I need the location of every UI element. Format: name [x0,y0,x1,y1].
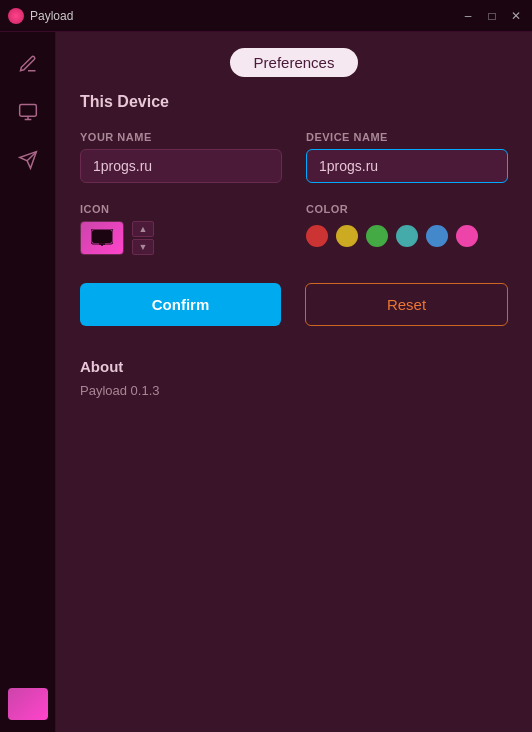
sidebar-item-send[interactable] [8,140,48,180]
your-name-input[interactable] [80,149,282,183]
this-device-title: This Device [80,93,508,111]
about-title: About [80,358,508,375]
maximize-button[interactable]: □ [484,8,500,24]
svg-rect-5 [92,230,112,243]
edit-icon [18,54,38,74]
title-bar: Payload – □ ✕ [0,0,532,32]
device-name-input[interactable] [306,149,508,183]
icon-up-button[interactable]: ▲ [132,221,154,237]
window-controls: – □ ✕ [460,8,524,24]
preferences-header: Preferences [56,32,532,93]
confirm-button[interactable]: Confirm [80,283,281,326]
app-title: Payload [30,9,460,23]
icon-arrows: ▲ ▼ [132,221,154,255]
sidebar-bottom-widget [8,688,48,720]
close-button[interactable]: ✕ [508,8,524,24]
button-row: Confirm Reset [80,283,508,326]
about-version: Payload 0.1.3 [80,383,508,398]
send-icon [18,150,38,170]
color-dot-green[interactable] [366,225,388,247]
color-dot-yellow[interactable] [336,225,358,247]
device-name-label: DEVICE NAME [306,131,508,143]
main-content: This Device YOUR NAME DEVICE NAME ICON [56,93,532,732]
color-dot-red[interactable] [306,225,328,247]
color-dot-teal[interactable] [396,225,418,247]
your-name-group: YOUR NAME [80,131,282,183]
color-dot-blue[interactable] [426,225,448,247]
content-area: Preferences This Device YOUR NAME DEVICE… [56,32,532,732]
sidebar-item-monitor[interactable] [8,92,48,132]
monitor-preview-icon [91,229,113,247]
monitor-icon [18,102,38,122]
device-name-group: DEVICE NAME [306,131,508,183]
icon-picker: ▲ ▼ [80,221,282,255]
app-container: Preferences This Device YOUR NAME DEVICE… [0,32,532,732]
icon-section: ICON ▲ ▼ [80,203,282,255]
icon-down-button[interactable]: ▼ [132,239,154,255]
preferences-badge: Preferences [230,48,359,77]
color-label: COLOR [306,203,508,215]
sidebar-item-edit[interactable] [8,44,48,84]
reset-button[interactable]: Reset [305,283,508,326]
name-fields-row: YOUR NAME DEVICE NAME [80,131,508,183]
color-dots [306,225,508,247]
minimize-button[interactable]: – [460,8,476,24]
sidebar [0,32,56,732]
icon-color-row: ICON ▲ ▼ [80,203,508,255]
color-dot-pink[interactable] [456,225,478,247]
your-name-label: YOUR NAME [80,131,282,143]
svg-rect-0 [19,105,36,117]
icon-preview [80,221,124,255]
app-icon [8,8,24,24]
color-section: COLOR [306,203,508,247]
icon-label: ICON [80,203,282,215]
